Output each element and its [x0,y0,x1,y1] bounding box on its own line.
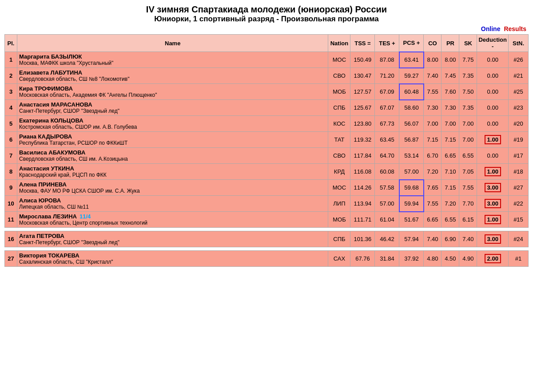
cell-tes: 61.04 [375,212,399,228]
name-line2: Республика Татарстан, РСШОР по ФККиШТ [19,140,326,146]
header-name: Name [17,35,328,52]
cell-sk: 7.05 [459,164,477,180]
cell-name: Елизавета ЛАБУТИНАСвердловская область, … [17,68,328,84]
cell-sk: 6.55 [459,148,477,164]
cell-tes: 57.58 [375,180,399,196]
cell-co: 7.65 [424,180,442,196]
cell-stn: #15 [509,212,529,228]
cell-sk: 7.35 [459,68,477,84]
cell-nation: СПБ [328,100,350,116]
cell-pr: 7.10 [442,164,459,180]
cell-tes: 46.42 [375,231,399,247]
cell-co: 7.30 [424,100,442,116]
cell-pl: 11 [5,212,17,228]
name-line2: Санкт-Петербург, СШОР "Звездный лед" [19,239,326,245]
results-text: Results [504,25,526,32]
cell-co: 6.70 [424,148,442,164]
cell-sk: 7.40 [459,231,477,247]
cell-sk: 7.00 [459,116,477,132]
cell-stn: #19 [509,132,529,148]
table-row: 9Алена ПРИНЕВАМосква, ФАУ МО РФ ЦСКА СШО… [5,180,529,196]
cell-deduction: 0.00 [477,84,509,100]
cell-tes: 71.20 [375,68,399,84]
name-line2: Свердловская область, СШ им. А.Козицына [19,156,326,162]
name-line2: Санкт-Петербург, СШОР "Звездный лед" [19,108,326,114]
cell-pr: 8.00 [442,52,459,68]
cell-pr: 7.00 [442,116,459,132]
cell-deduction: 0.00 [477,116,509,132]
cell-tss: 67.76 [350,251,375,267]
cell-stn: #24 [509,231,529,247]
online-text: Online [481,25,501,32]
cell-nation: МОС [328,180,350,196]
name-line1: Василиса АБАКУМОВА [19,149,326,156]
cell-nation: СПБ [328,231,350,247]
online-results-row: Online Results [4,25,529,32]
results-table: Pl. Name Nation TSS = TES + PCS + CO PR … [4,34,529,267]
cell-nation: СВО [328,148,350,164]
cell-pcs: 56.87 [399,132,424,148]
cell-sk: 7.75 [459,52,477,68]
name-line1: Агата ПЕТРОВА [19,233,326,239]
cell-nation: СВО [328,68,350,84]
name-line1: Алена ПРИНЕВА [19,181,326,188]
cell-sk: 6.15 [459,212,477,228]
name-line1: Анастасия УТКИНА [19,165,326,172]
deduction-box: 1.00 [485,167,501,176]
table-row: 8Анастасия УТКИНАКраснодарский край, РЦС… [5,164,529,180]
table-body-main: 1Маргарита БАЗЫЛЮКМосква, МАФКК школа "Х… [5,52,529,267]
table-row: 2Елизавета ЛАБУТИНАСвердловская область,… [5,68,529,84]
cell-nation: ТАТ [328,132,350,148]
cell-co: 7.20 [424,164,442,180]
deduction-box: 3.00 [485,183,501,192]
cell-deduction: 1.00 [477,164,509,180]
name-line2: Московская область, Центр спортивных тех… [19,220,326,226]
cell-pcs: 59.27 [399,68,424,84]
table-row: 1Маргарита БАЗЫЛЮКМосква, МАФКК школа "Х… [5,52,529,68]
cell-nation: ЛИП [328,196,350,212]
cell-pcs: 57.94 [399,231,424,247]
cell-pl: 16 [5,231,17,247]
cell-co: 7.55 [424,196,442,212]
cell-sk: 7.00 [459,132,477,148]
cell-stn: #23 [509,100,529,116]
cell-name: Анастасия МАРАСАНОВАСанкт-Петербург, СШО… [17,100,328,116]
cell-stn: #17 [509,148,529,164]
table-row: 6Риана КАДЫРОВАРеспублика Татарстан, РСШ… [5,132,529,148]
cell-pl: 3 [5,84,17,100]
cell-pl: 9 [5,180,17,196]
name-line2: Костромская область, СШОР им. А.В. Голуб… [19,124,326,130]
deduction-box: 1.00 [485,215,501,224]
cell-deduction: 0.00 [477,148,509,164]
cell-tss: 101.36 [350,231,375,247]
table-row: 4Анастасия МАРАСАНОВАСанкт-Петербург, СШ… [5,100,529,116]
cell-pcs: 60.48 [399,84,424,100]
cell-stn: #21 [509,68,529,84]
cell-deduction: 1.00 [477,132,509,148]
cell-stn: #20 [509,116,529,132]
cell-sk: 7.35 [459,100,477,116]
cell-name: Мирослава ЛЕЗИНА11/4Московская область, … [17,212,328,228]
cell-pr: 7.45 [442,68,459,84]
cell-nation: МОС [328,52,350,68]
cell-pl: 8 [5,164,17,180]
header-tss: TSS = [350,35,375,52]
cell-co: 7.40 [424,231,442,247]
cell-nation: МОБ [328,84,350,100]
cell-tes: 63.45 [375,132,399,148]
table-row: 3Кира ТРОФИМОВАМосковская область, Акаде… [5,84,529,100]
cell-tes: 67.07 [375,100,399,116]
table-row: 7Василиса АБАКУМОВАСвердловская область,… [5,148,529,164]
cell-co: 4.80 [424,251,442,267]
name-line1: Анастасия МАРАСАНОВА [19,101,326,108]
cell-co: 8.00 [424,52,442,68]
cell-nation: САХ [328,251,350,267]
cell-nation: МОБ [328,212,350,228]
cell-tss: 150.49 [350,52,375,68]
cell-pr: 6.65 [442,148,459,164]
special-note: 11/4 [80,213,91,220]
separator-row [5,228,529,231]
cell-pcs: 59.94 [399,196,424,212]
cell-sk: 4.90 [459,251,477,267]
cell-pl: 1 [5,52,17,68]
